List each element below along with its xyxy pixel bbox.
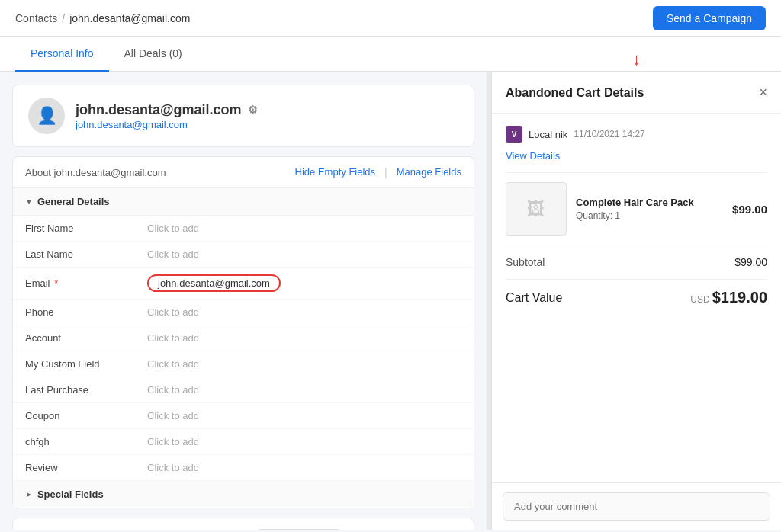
about-header: About john.desanta@gmail.com Hide Empty …: [13, 157, 474, 188]
contact-email-link[interactable]: john.desanta@gmail.com: [76, 119, 188, 130]
image-placeholder-icon: 🖼: [527, 198, 545, 220]
tags-section: Tags → woocommerce-customer ×: [12, 518, 474, 530]
field-value-lastname[interactable]: Click to add: [147, 248, 199, 260]
table-row: chfgh Click to add: [13, 429, 474, 455]
field-label-custom: My Custom Field: [25, 358, 147, 370]
subtotal-label: Subtotal: [506, 256, 545, 268]
breadcrumb-email: john.desanta@gmail.com: [69, 12, 190, 24]
view-details-link[interactable]: View Details: [506, 150, 767, 162]
field-value-email[interactable]: john.desanta@gmail.com: [147, 274, 281, 292]
breadcrumb-separator: /: [62, 12, 65, 24]
cart-total: $119.00: [712, 289, 767, 306]
left-panel: 👤 john.desanta@gmail.com ⚙ john.desanta@…: [0, 72, 487, 530]
main-layout: 👤 john.desanta@gmail.com ⚙ john.desanta@…: [0, 72, 781, 530]
comment-bar: [492, 482, 781, 530]
send-campaign-button[interactable]: Send a Campaign: [653, 6, 766, 30]
general-details-label: General Details: [37, 196, 110, 207]
gear-icon[interactable]: ⚙: [248, 104, 258, 116]
contact-info: john.desanta@gmail.com ⚙ john.desanta@gm…: [76, 102, 258, 130]
field-label-firstname: First Name: [25, 223, 147, 234]
cart-header: ↓ Abandoned Cart Details ×: [492, 72, 781, 114]
table-row: Coupon Click to add: [13, 403, 474, 429]
tags-row: Tags → woocommerce-customer ×: [25, 529, 461, 530]
table-row: First Name Click to add: [13, 216, 474, 242]
manage-fields-link[interactable]: Manage Fields: [397, 166, 461, 178]
product-row: 🖼 Complete Hair Care Pack Quantity: 1 $9…: [506, 172, 767, 245]
breadcrumb-contacts[interactable]: Contacts: [15, 12, 57, 24]
currency-label: USD: [690, 294, 709, 305]
cart-meta: V Local nik 11/10/2021 14:27: [506, 126, 767, 143]
subtotal-row: Subtotal $99.00: [506, 245, 767, 279]
shop-name: Local nik: [529, 129, 567, 140]
special-fields-header[interactable]: ► Special Fields: [13, 481, 474, 508]
product-price: $99.00: [732, 203, 767, 216]
shop-logo-text: V: [512, 130, 517, 139]
required-marker: *: [52, 277, 59, 289]
tab-all-deals[interactable]: All Deals (0): [109, 37, 198, 72]
contact-email-heading: john.desanta@gmail.com: [76, 102, 242, 118]
table-row: Email * john.desanta@gmail.com: [13, 268, 474, 300]
close-button[interactable]: ×: [759, 85, 767, 101]
right-panel: ↓ Abandoned Cart Details × V Local nik 1…: [491, 72, 781, 530]
subtotal-value: $99.00: [734, 256, 767, 268]
field-label-review: Review: [25, 462, 147, 473]
contact-header: 👤 john.desanta@gmail.com ⚙ john.desanta@…: [12, 85, 474, 147]
field-label-email: Email *: [25, 277, 147, 289]
product-info: Complete Hair Care Pack Quantity: 1: [576, 197, 723, 221]
cart-value-amount: USD$119.00: [690, 289, 767, 306]
tag-input[interactable]: [257, 529, 341, 530]
cart-body: V Local nik 11/10/2021 14:27 View Detail…: [492, 114, 781, 482]
about-title: About john.desanta@gmail.com: [25, 167, 166, 178]
product-thumbnail: 🖼: [506, 182, 567, 236]
breadcrumb: Contacts / john.desanta@gmail.com: [15, 12, 190, 24]
about-actions: Hide Empty Fields | Manage Fields: [295, 166, 461, 178]
field-label-account: Account: [25, 332, 147, 344]
field-value-account[interactable]: Click to add: [147, 332, 199, 344]
contact-name: john.desanta@gmail.com ⚙: [76, 102, 258, 118]
cart-title: Abandoned Cart Details: [506, 86, 644, 100]
person-icon: 👤: [37, 106, 57, 126]
field-label-chfgh: chfgh: [25, 436, 147, 447]
field-label-lastname: Last Name: [25, 248, 147, 260]
table-row: Review Click to add: [13, 455, 474, 481]
tags-content: woocommerce-customer ×: [130, 529, 341, 530]
field-value-custom[interactable]: Click to add: [147, 358, 199, 370]
field-value-review[interactable]: Click to add: [147, 462, 199, 473]
cart-value-row: Cart Value USD$119.00: [506, 279, 767, 316]
hide-empty-fields-link[interactable]: Hide Empty Fields: [295, 166, 375, 178]
table-row: Last Purchase Click to add: [13, 377, 474, 403]
field-value-lastpurchase[interactable]: Click to add: [147, 384, 199, 396]
table-row: Last Name Click to add: [13, 242, 474, 268]
shop-logo: V: [506, 126, 522, 143]
field-value-phone[interactable]: Click to add: [147, 306, 199, 318]
field-label-phone: Phone: [25, 306, 147, 318]
general-details-header[interactable]: ▼ General Details: [13, 188, 474, 216]
avatar: 👤: [28, 98, 65, 134]
comment-input[interactable]: [503, 492, 770, 521]
table-row: Account Click to add: [13, 325, 474, 351]
tab-personal-info[interactable]: Personal Info: [15, 37, 109, 72]
special-fields-label: Special Fields: [37, 489, 104, 500]
field-value-chfgh[interactable]: Click to add: [147, 436, 199, 447]
cart-date: 11/10/2021 14:27: [574, 129, 644, 139]
tabs-bar: Personal Info All Deals (0): [0, 37, 781, 72]
chevron-down-icon: ▼: [25, 197, 33, 206]
table-row: My Custom Field Click to add: [13, 351, 474, 377]
product-name: Complete Hair Care Pack: [576, 197, 723, 208]
fields-list: First Name Click to add Last Name Click …: [13, 216, 474, 481]
field-value-coupon[interactable]: Click to add: [147, 410, 199, 421]
product-quantity: Quantity: 1: [576, 210, 723, 221]
about-action-separator: |: [384, 166, 387, 178]
field-label-coupon: Coupon: [25, 410, 147, 421]
table-row: Phone Click to add: [13, 300, 474, 325]
chevron-right-icon: ►: [25, 490, 33, 498]
field-value-firstname[interactable]: Click to add: [147, 223, 199, 234]
field-label-lastpurchase: Last Purchase: [25, 384, 147, 396]
top-bar: Contacts / john.desanta@gmail.com Send a…: [0, 0, 781, 37]
cart-value-label: Cart Value: [506, 291, 562, 305]
about-section: About john.desanta@gmail.com Hide Empty …: [12, 156, 474, 508]
